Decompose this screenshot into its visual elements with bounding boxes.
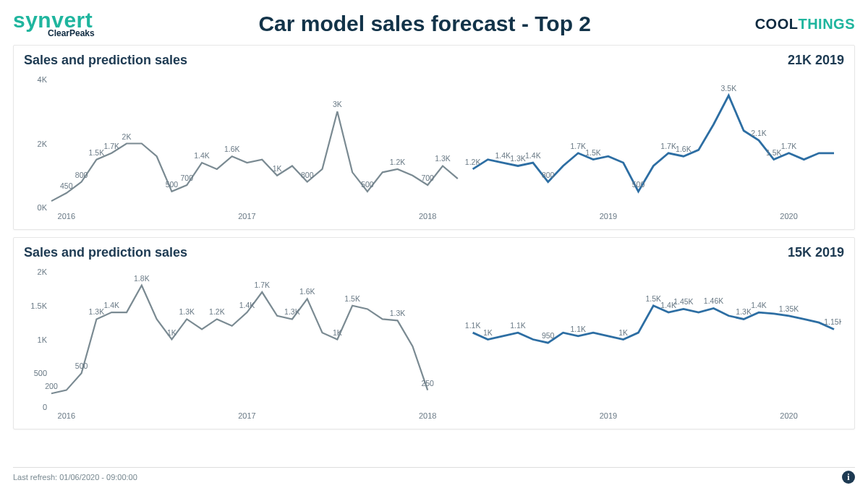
svg-text:2020: 2020: [780, 411, 797, 420]
svg-text:2K: 2K: [38, 267, 48, 276]
svg-text:450: 450: [60, 181, 73, 190]
svg-text:500: 500: [361, 180, 374, 189]
panel-top: Sales and prediction sales 21K 2019 0K2K…: [13, 45, 855, 230]
page-title: Car model sales forecast - Top 2: [95, 12, 755, 36]
brand-right: COOLTHINGS: [755, 16, 855, 33]
svg-text:950: 950: [542, 331, 555, 340]
svg-text:2019: 2019: [600, 411, 617, 420]
svg-text:2.1K: 2.1K: [751, 129, 767, 137]
svg-text:1.3K: 1.3K: [89, 307, 105, 316]
svg-text:800: 800: [301, 171, 314, 179]
svg-text:1.4K: 1.4K: [239, 301, 255, 309]
svg-text:1.1K: 1.1K: [570, 325, 586, 333]
svg-text:200: 200: [45, 382, 58, 390]
svg-text:3K: 3K: [333, 100, 342, 108]
svg-text:2K: 2K: [122, 132, 132, 141]
svg-text:1.3K: 1.3K: [284, 307, 300, 316]
chart-top: 0K2K4K201620172018201920204508001.5K1.7K…: [24, 68, 841, 223]
svg-text:1.5K: 1.5K: [30, 301, 47, 310]
svg-text:1K: 1K: [38, 335, 48, 344]
svg-text:2K: 2K: [38, 140, 48, 148]
svg-text:2016: 2016: [58, 212, 75, 221]
svg-text:250: 250: [421, 379, 434, 388]
svg-text:1.6K: 1.6K: [676, 145, 692, 153]
last-refresh: Last refresh: 01/06/2020 - 09:00:00: [13, 473, 137, 481]
svg-text:1.3K: 1.3K: [390, 309, 406, 317]
svg-text:1.2K: 1.2K: [209, 307, 225, 316]
svg-text:1.4K: 1.4K: [525, 151, 541, 160]
brand-sub: ClearPeaks: [48, 28, 95, 38]
svg-text:2016: 2016: [58, 411, 75, 420]
svg-text:1.3K: 1.3K: [179, 307, 195, 316]
svg-text:500: 500: [75, 361, 88, 370]
panel-bottom: Sales and prediction sales 15K 2019 0500…: [13, 237, 855, 429]
footer: Last refresh: 01/06/2020 - 09:00:00 i: [13, 467, 855, 484]
panel2-title: Sales and prediction sales: [24, 245, 187, 260]
brand-main: synvert: [13, 10, 95, 30]
svg-text:3.5K: 3.5K: [721, 84, 737, 93]
svg-text:1.7K: 1.7K: [660, 142, 676, 150]
svg-text:500: 500: [34, 369, 47, 377]
svg-text:2017: 2017: [238, 212, 255, 221]
svg-text:1.45K: 1.45K: [673, 297, 693, 306]
svg-text:1K: 1K: [618, 328, 628, 337]
svg-text:1.3K: 1.3K: [736, 307, 752, 316]
svg-text:1.5K: 1.5K: [89, 148, 105, 157]
svg-text:1.5K: 1.5K: [344, 294, 360, 303]
panel2-kpi: 15K 2019: [788, 245, 844, 260]
svg-text:800: 800: [75, 171, 88, 179]
svg-text:0K: 0K: [38, 203, 48, 212]
svg-text:4K: 4K: [38, 75, 48, 84]
svg-text:1.8K: 1.8K: [134, 274, 150, 283]
svg-text:1.5K: 1.5K: [766, 148, 782, 157]
svg-text:800: 800: [542, 171, 555, 179]
svg-text:1.1K: 1.1K: [465, 321, 481, 330]
svg-text:1.1K: 1.1K: [510, 321, 526, 330]
svg-text:1.6K: 1.6K: [299, 287, 315, 296]
svg-text:700: 700: [421, 174, 434, 182]
svg-text:1.15K: 1.15K: [824, 317, 841, 326]
svg-text:1.5K: 1.5K: [585, 148, 601, 157]
svg-text:1K: 1K: [273, 164, 282, 173]
svg-text:1.7K: 1.7K: [570, 142, 586, 150]
svg-text:1.4K: 1.4K: [495, 151, 511, 160]
svg-text:1.5K: 1.5K: [646, 294, 662, 303]
svg-text:1.2K: 1.2K: [390, 158, 406, 166]
svg-text:1.3K: 1.3K: [435, 154, 451, 163]
svg-text:2019: 2019: [600, 212, 617, 221]
svg-text:500: 500: [632, 180, 645, 189]
svg-text:1.7K: 1.7K: [103, 142, 119, 150]
svg-text:2020: 2020: [780, 212, 797, 221]
panel1-kpi: 21K 2019: [788, 53, 844, 68]
info-icon[interactable]: i: [842, 471, 855, 484]
svg-text:0: 0: [43, 403, 47, 411]
svg-text:1K: 1K: [167, 328, 176, 337]
svg-text:700: 700: [181, 174, 194, 182]
svg-text:1K: 1K: [333, 328, 342, 337]
svg-text:1.6K: 1.6K: [224, 145, 240, 153]
panel1-title: Sales and prediction sales: [24, 53, 187, 68]
brand-right-b: THINGS: [798, 16, 855, 32]
svg-text:1.35K: 1.35K: [779, 304, 799, 313]
svg-text:1.2K: 1.2K: [465, 158, 481, 166]
svg-text:1.4K: 1.4K: [194, 151, 210, 160]
svg-text:2018: 2018: [419, 212, 436, 221]
svg-text:1K: 1K: [483, 328, 493, 337]
svg-text:1.46K: 1.46K: [704, 296, 723, 305]
svg-text:1.7K: 1.7K: [255, 281, 271, 289]
chart-bottom: 05001K1.5K2K201620172018201920202005001.…: [24, 260, 841, 423]
svg-text:2017: 2017: [238, 411, 255, 420]
svg-text:1.7K: 1.7K: [781, 142, 797, 150]
svg-text:1.3K: 1.3K: [510, 154, 526, 163]
svg-text:1.4K: 1.4K: [751, 301, 767, 309]
svg-text:1.4K: 1.4K: [103, 301, 119, 309]
svg-text:500: 500: [166, 180, 179, 189]
svg-text:2018: 2018: [419, 411, 436, 420]
brand-right-a: COOL: [755, 16, 799, 32]
header: synvert ClearPeaks Car model sales forec…: [13, 7, 855, 40]
brand-left: synvert ClearPeaks: [13, 10, 95, 38]
